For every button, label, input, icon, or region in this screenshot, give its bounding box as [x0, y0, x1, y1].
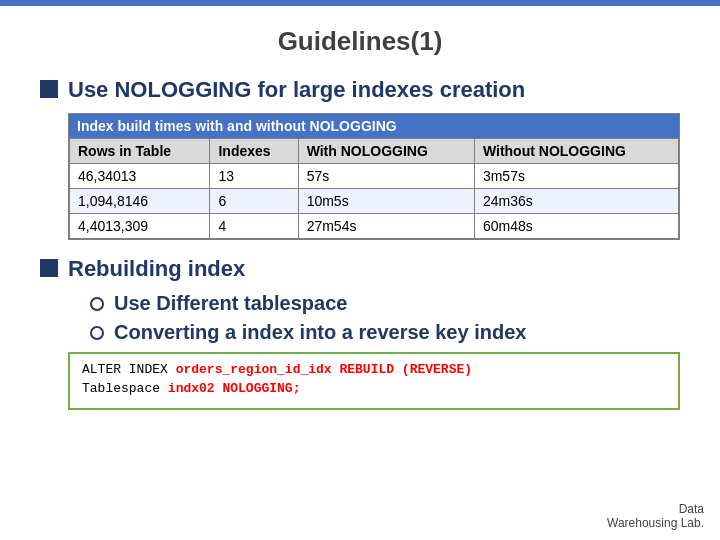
sub-bullet-row-1: Use Different tablespace	[90, 292, 680, 315]
col-header-without: Without NOLOGGING	[474, 139, 678, 164]
table-row: 1,094,8146610m5s24m36s	[70, 189, 679, 214]
bullet-row-2: Rebuilding index	[40, 256, 680, 282]
bullet-square-1	[40, 80, 58, 98]
code-line-2: Tablespace indx02 NOLOGGING;	[82, 381, 666, 396]
table-cell: 10m5s	[298, 189, 474, 214]
code-line-1: ALTER INDEX orders_region_id_idx REBUILD…	[82, 362, 666, 377]
page-title: Guidelines(1)	[40, 26, 680, 57]
table-caption: Index build times with and without NOLOG…	[69, 114, 679, 138]
table-cell: 4	[210, 214, 298, 239]
code-box: ALTER INDEX orders_region_id_idx REBUILD…	[68, 352, 680, 410]
nologging-table: Rows in Table Indexes With NOLOGGING Wit…	[69, 138, 679, 239]
table-cell: 24m36s	[474, 189, 678, 214]
table-cell: 1,094,8146	[70, 189, 210, 214]
col-header-indexes: Indexes	[210, 139, 298, 164]
code-keyword-1: ALTER INDEX	[82, 362, 176, 377]
watermark: Data Warehousing Lab.	[607, 502, 704, 530]
table-cell: 13	[210, 164, 298, 189]
section-nologging: Use NOLOGGING for large indexes creation…	[40, 77, 680, 240]
col-header-rows: Rows in Table	[70, 139, 210, 164]
sub-bullet-text-1: Use Different tablespace	[114, 292, 347, 315]
table-cell: 60m48s	[474, 214, 678, 239]
bullet-text-2: Rebuilding index	[68, 256, 245, 282]
table-header-row: Rows in Table Indexes With NOLOGGING Wit…	[70, 139, 679, 164]
nologging-table-container: Index build times with and without NOLOG…	[68, 113, 680, 240]
bullet-square-2	[40, 259, 58, 277]
table-row: 4,4013,309427m54s60m48s	[70, 214, 679, 239]
table-cell: 46,34013	[70, 164, 210, 189]
table-row: 46,340131357s3m57s	[70, 164, 679, 189]
section-rebuilding: Rebuilding index Use Different tablespac…	[40, 256, 680, 410]
code-rebuild: REBUILD (REVERSE)	[332, 362, 472, 377]
code-tablespace-label: Tablespace	[82, 381, 168, 396]
table-cell: 57s	[298, 164, 474, 189]
table-cell: 4,4013,309	[70, 214, 210, 239]
sub-bullet-text-2: Converting a index into a reverse key in…	[114, 321, 526, 344]
code-index-name: orders_region_id_idx	[176, 362, 332, 377]
bullet-row-1: Use NOLOGGING for large indexes creation	[40, 77, 680, 103]
sub-bullet-circle-1	[90, 297, 104, 311]
code-tablespace-name: indx02	[168, 381, 215, 396]
table-cell: 3m57s	[474, 164, 678, 189]
sub-bullet-circle-2	[90, 326, 104, 340]
watermark-line1: Data	[607, 502, 704, 516]
table-cell: 27m54s	[298, 214, 474, 239]
sub-bullet-row-2: Converting a index into a reverse key in…	[90, 321, 680, 344]
code-nologging: NOLOGGING;	[215, 381, 301, 396]
main-content: Guidelines(1) Use NOLOGGING for large in…	[0, 6, 720, 446]
bullet-text-1: Use NOLOGGING for large indexes creation	[68, 77, 525, 103]
watermark-line2: Warehousing Lab.	[607, 516, 704, 530]
col-header-with: With NOLOGGING	[298, 139, 474, 164]
table-cell: 6	[210, 189, 298, 214]
